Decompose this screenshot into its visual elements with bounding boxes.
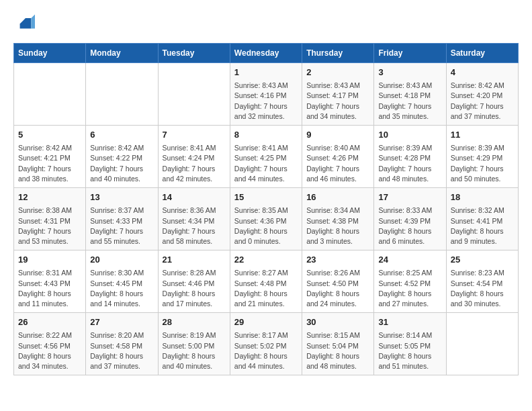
calendar-week-row: 1Sunrise: 8:43 AM Sunset: 4:16 PM Daylig… xyxy=(14,63,519,126)
calendar-cell: 27Sunrise: 8:20 AM Sunset: 4:58 PM Dayli… xyxy=(86,313,158,375)
day-info: Sunrise: 8:43 AM Sunset: 4:16 PM Dayligh… xyxy=(234,81,298,122)
day-number: 29 xyxy=(234,316,298,328)
day-number: 31 xyxy=(378,316,441,328)
calendar-cell: 16Sunrise: 8:34 AM Sunset: 4:38 PM Dayli… xyxy=(302,188,374,250)
day-number: 13 xyxy=(90,191,153,203)
calendar-cell xyxy=(446,313,518,375)
day-info: Sunrise: 8:36 AM Sunset: 4:34 PM Dayligh… xyxy=(163,205,226,246)
day-info: Sunrise: 8:43 AM Sunset: 4:18 PM Dayligh… xyxy=(378,81,441,122)
day-number: 1 xyxy=(234,66,298,79)
day-number: 7 xyxy=(163,129,226,141)
day-number: 28 xyxy=(163,316,226,328)
logo-icon xyxy=(16,13,35,32)
svg-marker-0 xyxy=(20,18,32,28)
calendar-cell: 12Sunrise: 8:38 AM Sunset: 4:31 PM Dayli… xyxy=(14,188,86,250)
day-info: Sunrise: 8:41 AM Sunset: 4:24 PM Dayligh… xyxy=(163,143,226,184)
calendar-week-row: 19Sunrise: 8:31 AM Sunset: 4:43 PM Dayli… xyxy=(14,250,519,313)
calendar-cell: 17Sunrise: 8:33 AM Sunset: 4:39 PM Dayli… xyxy=(374,188,446,250)
calendar-cell: 4Sunrise: 8:42 AM Sunset: 4:20 PM Daylig… xyxy=(446,63,518,126)
day-info: Sunrise: 8:39 AM Sunset: 4:29 PM Dayligh… xyxy=(451,143,514,184)
calendar-cell: 8Sunrise: 8:41 AM Sunset: 4:25 PM Daylig… xyxy=(230,126,302,188)
calendar-week-row: 5Sunrise: 8:42 AM Sunset: 4:21 PM Daylig… xyxy=(14,126,519,188)
day-info: Sunrise: 8:30 AM Sunset: 4:45 PM Dayligh… xyxy=(90,268,153,309)
day-info: Sunrise: 8:43 AM Sunset: 4:17 PM Dayligh… xyxy=(306,81,369,122)
calendar-cell xyxy=(158,63,230,126)
day-number: 27 xyxy=(90,316,153,328)
calendar-cell xyxy=(14,63,86,126)
calendar-cell: 6Sunrise: 8:42 AM Sunset: 4:22 PM Daylig… xyxy=(86,126,158,188)
day-number: 9 xyxy=(306,129,369,141)
day-number: 5 xyxy=(18,129,81,141)
calendar-cell: 18Sunrise: 8:32 AM Sunset: 4:41 PM Dayli… xyxy=(446,188,518,250)
calendar-cell: 10Sunrise: 8:39 AM Sunset: 4:28 PM Dayli… xyxy=(374,126,446,188)
day-info: Sunrise: 8:41 AM Sunset: 4:25 PM Dayligh… xyxy=(234,143,298,184)
day-number: 20 xyxy=(90,254,153,266)
day-info: Sunrise: 8:39 AM Sunset: 4:28 PM Dayligh… xyxy=(378,143,441,184)
calendar-table: SundayMondayTuesdayWednesdayThursdayFrid… xyxy=(13,43,519,375)
day-number: 22 xyxy=(234,254,298,266)
day-info: Sunrise: 8:33 AM Sunset: 4:39 PM Dayligh… xyxy=(378,205,441,246)
calendar-cell: 11Sunrise: 8:39 AM Sunset: 4:29 PM Dayli… xyxy=(446,126,518,188)
weekday-header-friday: Friday xyxy=(374,44,446,63)
weekday-header-saturday: Saturday xyxy=(446,44,518,63)
day-info: Sunrise: 8:25 AM Sunset: 4:52 PM Dayligh… xyxy=(378,268,441,309)
day-number: 12 xyxy=(18,191,81,203)
calendar-cell: 24Sunrise: 8:25 AM Sunset: 4:52 PM Dayli… xyxy=(374,250,446,313)
day-number: 15 xyxy=(234,191,298,203)
day-number: 10 xyxy=(378,129,441,141)
day-number: 24 xyxy=(378,254,441,266)
logo xyxy=(13,13,35,32)
calendar-cell: 19Sunrise: 8:31 AM Sunset: 4:43 PM Dayli… xyxy=(14,250,86,313)
svg-marker-1 xyxy=(31,14,35,28)
day-info: Sunrise: 8:35 AM Sunset: 4:36 PM Dayligh… xyxy=(234,205,298,246)
day-info: Sunrise: 8:32 AM Sunset: 4:41 PM Dayligh… xyxy=(451,205,514,246)
day-info: Sunrise: 8:15 AM Sunset: 5:04 PM Dayligh… xyxy=(306,330,369,371)
weekday-header-tuesday: Tuesday xyxy=(158,44,230,63)
day-number: 14 xyxy=(163,191,226,203)
day-number: 3 xyxy=(378,66,441,79)
calendar-cell: 31Sunrise: 8:14 AM Sunset: 5:05 PM Dayli… xyxy=(374,313,446,375)
day-info: Sunrise: 8:42 AM Sunset: 4:21 PM Dayligh… xyxy=(18,143,81,184)
day-number: 19 xyxy=(18,254,81,266)
calendar-cell: 25Sunrise: 8:23 AM Sunset: 4:54 PM Dayli… xyxy=(446,250,518,313)
calendar-cell: 21Sunrise: 8:28 AM Sunset: 4:46 PM Dayli… xyxy=(158,250,230,313)
calendar-cell: 13Sunrise: 8:37 AM Sunset: 4:33 PM Dayli… xyxy=(86,188,158,250)
calendar-cell: 26Sunrise: 8:22 AM Sunset: 4:56 PM Dayli… xyxy=(14,313,86,375)
day-info: Sunrise: 8:23 AM Sunset: 4:54 PM Dayligh… xyxy=(451,268,514,309)
day-info: Sunrise: 8:26 AM Sunset: 4:50 PM Dayligh… xyxy=(306,268,369,309)
day-info: Sunrise: 8:42 AM Sunset: 4:20 PM Dayligh… xyxy=(451,81,514,122)
calendar-cell: 1Sunrise: 8:43 AM Sunset: 4:16 PM Daylig… xyxy=(230,63,302,126)
day-number: 4 xyxy=(451,66,514,79)
weekday-header-monday: Monday xyxy=(86,44,158,63)
page-header xyxy=(13,13,519,32)
day-number: 30 xyxy=(306,316,369,328)
weekday-header-sunday: Sunday xyxy=(14,44,86,63)
calendar-cell: 2Sunrise: 8:43 AM Sunset: 4:17 PM Daylig… xyxy=(302,63,374,126)
day-info: Sunrise: 8:31 AM Sunset: 4:43 PM Dayligh… xyxy=(18,268,81,309)
day-number: 26 xyxy=(18,316,81,328)
calendar-cell: 28Sunrise: 8:19 AM Sunset: 5:00 PM Dayli… xyxy=(158,313,230,375)
day-info: Sunrise: 8:14 AM Sunset: 5:05 PM Dayligh… xyxy=(378,330,441,371)
calendar-cell: 7Sunrise: 8:41 AM Sunset: 4:24 PM Daylig… xyxy=(158,126,230,188)
day-number: 23 xyxy=(306,254,369,266)
weekday-header-thursday: Thursday xyxy=(302,44,374,63)
calendar-cell: 9Sunrise: 8:40 AM Sunset: 4:26 PM Daylig… xyxy=(302,126,374,188)
day-info: Sunrise: 8:37 AM Sunset: 4:33 PM Dayligh… xyxy=(90,205,153,246)
day-number: 17 xyxy=(378,191,441,203)
day-info: Sunrise: 8:17 AM Sunset: 5:02 PM Dayligh… xyxy=(234,330,298,371)
calendar-week-row: 12Sunrise: 8:38 AM Sunset: 4:31 PM Dayli… xyxy=(14,188,519,250)
day-info: Sunrise: 8:38 AM Sunset: 4:31 PM Dayligh… xyxy=(18,205,81,246)
calendar-week-row: 26Sunrise: 8:22 AM Sunset: 4:56 PM Dayli… xyxy=(14,313,519,375)
day-info: Sunrise: 8:34 AM Sunset: 4:38 PM Dayligh… xyxy=(306,205,369,246)
day-info: Sunrise: 8:22 AM Sunset: 4:56 PM Dayligh… xyxy=(18,330,81,371)
calendar-cell: 20Sunrise: 8:30 AM Sunset: 4:45 PM Dayli… xyxy=(86,250,158,313)
day-info: Sunrise: 8:28 AM Sunset: 4:46 PM Dayligh… xyxy=(163,268,226,309)
day-number: 16 xyxy=(306,191,369,203)
calendar-cell xyxy=(86,63,158,126)
day-info: Sunrise: 8:20 AM Sunset: 4:58 PM Dayligh… xyxy=(90,330,153,371)
day-info: Sunrise: 8:27 AM Sunset: 4:48 PM Dayligh… xyxy=(234,268,298,309)
day-number: 21 xyxy=(163,254,226,266)
day-number: 25 xyxy=(451,254,514,266)
weekday-header-row: SundayMondayTuesdayWednesdayThursdayFrid… xyxy=(14,44,519,63)
calendar-cell: 3Sunrise: 8:43 AM Sunset: 4:18 PM Daylig… xyxy=(374,63,446,126)
